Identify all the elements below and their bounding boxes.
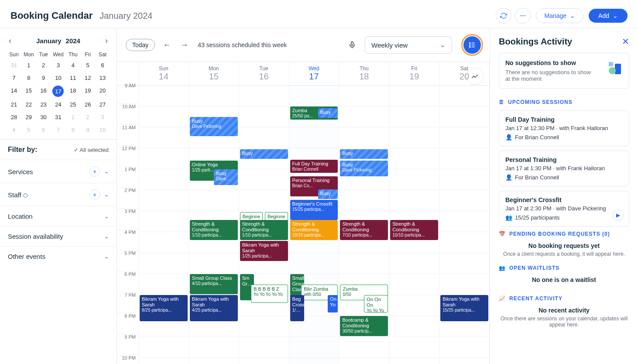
mini-cal-day[interactable]: 7: [7, 73, 21, 83]
refresh-button[interactable]: [496, 8, 511, 24]
session-card[interactable]: Personal TrainingJan 17 at 1:30 PM · wit…: [499, 151, 629, 186]
add-button[interactable]: Add ⌄: [589, 9, 628, 23]
mini-cal-day[interactable]: 1: [22, 60, 36, 70]
prev-week-button[interactable]: ←: [161, 39, 172, 52]
calendar-event[interactable]: Small Group Class4/10 participa...: [190, 274, 238, 294]
calendar-event[interactable]: BusyDave Pickering: [190, 117, 238, 136]
day-header[interactable]: Tue16: [239, 62, 289, 86]
day-column[interactable]: Strength & Conditioning10/10 participa..…: [389, 86, 439, 364]
add-filter-button[interactable]: +: [89, 166, 100, 177]
calendar-event[interactable]: Beg Crossfit1/25 ...: [290, 295, 304, 321]
mini-cal-day[interactable]: 9: [37, 73, 51, 83]
mini-cal-day[interactable]: 28: [7, 112, 21, 122]
close-panel-button[interactable]: ✕: [622, 36, 629, 47]
mini-cal-day[interactable]: 5: [22, 125, 36, 135]
mini-cal-day[interactable]: 10: [96, 125, 110, 135]
calendar-event[interactable]: Bikram Yoga with Sarah15/25 participa...: [440, 295, 488, 321]
mini-cal-day[interactable]: 14: [7, 86, 21, 97]
calendar-event[interactable]: Busy: [240, 149, 288, 159]
calendar-event[interactable]: BusyDave...: [214, 169, 238, 185]
calendar-event[interactable]: Strength & Conditioning1/10 participa...: [240, 220, 288, 240]
day-column[interactable]: BusyBusyDave PickeringStrength & Conditi…: [339, 86, 389, 364]
calendar-event[interactable]: Busy: [318, 189, 338, 199]
next-month-button[interactable]: ›: [103, 34, 110, 47]
day-column[interactable]: BusyDave PickeringOnline Yoga1/25 parti.…: [189, 86, 239, 364]
day-header[interactable]: Mon15: [189, 62, 239, 86]
mini-cal-day[interactable]: 6: [96, 60, 110, 70]
mini-cal-day[interactable]: 13: [96, 73, 110, 83]
day-header[interactable]: Thu18: [339, 62, 389, 86]
mini-cal-day[interactable]: 23: [37, 100, 51, 110]
mini-cal-day[interactable]: 24: [51, 100, 65, 110]
session-card[interactable]: Beginner's CrossfitJan 17 at 2:30 PM · w…: [499, 191, 629, 227]
day-column[interactable]: Bikram Yoga with Sarah8/25 participa...: [139, 86, 189, 364]
mini-cal-day[interactable]: 21: [7, 100, 21, 110]
mini-cal-day[interactable]: 27: [96, 100, 110, 110]
calendar-event[interactable]: Busy: [340, 149, 388, 159]
calendar-event[interactable]: Bikram Yoga with Sarah8/25 participa...: [140, 295, 188, 321]
mini-cal-day[interactable]: 31: [51, 112, 65, 122]
today-button[interactable]: Today: [126, 39, 155, 51]
mini-cal-day[interactable]: 6: [37, 125, 51, 135]
mini-cal-day[interactable]: 2: [81, 112, 95, 122]
mini-cal-day[interactable]: 11: [66, 73, 80, 83]
mini-cal-day[interactable]: 18: [66, 86, 80, 97]
mini-cal-day[interactable]: 25: [66, 100, 80, 110]
mini-cal-day[interactable]: 22: [22, 100, 36, 110]
calendar-event[interactable]: Bikram Yoga with Sarah1/25 participa...: [240, 241, 288, 261]
mini-cal-day[interactable]: 3: [51, 60, 65, 70]
filter-row-other-events[interactable]: Other events⌄: [0, 246, 117, 266]
calendar-event[interactable]: Bikram Yoga with Sarah4/25 participa...: [190, 295, 238, 321]
calendar-event[interactable]: Beginner's Crossfit15/25 participa...: [290, 200, 338, 220]
manage-button[interactable]: Manage ⌄: [536, 8, 583, 23]
calendar-event[interactable]: Strength & Conditioning10/10 participa..…: [390, 220, 438, 240]
list-view-toggle[interactable]: [463, 36, 481, 54]
mini-cal-day[interactable]: 29: [22, 112, 36, 122]
calendar-event[interactable]: Strength & Conditioning7/10 participa...: [340, 220, 388, 240]
day-column[interactable]: Bikram Yoga with Sarah15/25 participa...: [439, 86, 490, 364]
mini-cal-day[interactable]: 30: [37, 112, 51, 122]
day-header[interactable]: Fri19: [389, 62, 439, 86]
mini-cal-day[interactable]: 15: [22, 86, 36, 97]
calendar-grid[interactable]: Sun14Mon15Tue16Wed17Thu18Fri19Sat209 AM1…: [117, 62, 490, 364]
mini-cal-day[interactable]: 8: [22, 73, 36, 83]
video-icon[interactable]: ▶: [612, 209, 624, 221]
mini-cal-day[interactable]: 1: [66, 112, 80, 122]
mini-cal-day[interactable]: 4: [66, 60, 80, 70]
mini-cal-day[interactable]: 8: [66, 125, 80, 135]
mini-cal-day[interactable]: 4: [7, 125, 21, 135]
mini-cal-day[interactable]: 31: [7, 60, 21, 70]
mini-cal-day[interactable]: 12: [81, 73, 95, 83]
calendar-event[interactable]: Bootcamp & Conditioning30/50 particip...: [340, 316, 388, 336]
all-selected-label[interactable]: ✓ All selected: [74, 147, 109, 153]
mini-cal-day[interactable]: 10: [51, 73, 65, 83]
calendar-event[interactable]: On Yo: [328, 295, 338, 312]
mini-cal-day[interactable]: 2: [37, 60, 51, 70]
calendar-event[interactable]: Full Day TrainingBrian Connell: [290, 160, 338, 173]
mini-cal-day[interactable]: 5: [81, 60, 95, 70]
calendar-event[interactable]: B B B B B ZYo Yo Yo Yo Yo: [251, 285, 288, 303]
prev-month-button[interactable]: ‹: [7, 34, 13, 47]
mini-cal-day[interactable]: 19: [81, 86, 95, 97]
mini-cal-day[interactable]: 20: [96, 86, 110, 97]
day-header[interactable]: Sat20: [439, 62, 490, 86]
day-header[interactable]: Wed17: [289, 62, 340, 86]
mini-cal-day[interactable]: 7: [51, 125, 65, 135]
calendar-event[interactable]: Strength & Conditioning10/10 participa..…: [290, 220, 338, 240]
filter-row-staff[interactable]: Staff ⬡+⌄: [0, 183, 117, 206]
session-card[interactable]: Full Day TrainingJan 17 at 12:30 PM · wi…: [499, 110, 629, 146]
day-column[interactable]: BusyBeginneBeginneStrength & Conditionin…: [239, 86, 289, 364]
calendar-event[interactable]: Busy: [318, 108, 338, 118]
mini-cal-day[interactable]: 3: [96, 112, 110, 122]
more-button[interactable]: [515, 8, 531, 24]
mini-cal-day[interactable]: 26: [81, 100, 95, 110]
view-selector[interactable]: Weekly view ⌄: [365, 36, 452, 54]
day-header[interactable]: Sun14: [139, 62, 189, 86]
voice-button[interactable]: [348, 41, 356, 49]
filter-row-session-availability[interactable]: Session availability⌄: [0, 226, 117, 246]
add-filter-button[interactable]: +: [89, 189, 100, 200]
filter-row-location[interactable]: Location⌄: [0, 206, 117, 226]
filter-row-services[interactable]: Services+⌄: [0, 160, 117, 183]
next-week-button[interactable]: →: [178, 39, 190, 52]
calendar-event[interactable]: On On OnYo Yo Yo: [364, 295, 388, 312]
